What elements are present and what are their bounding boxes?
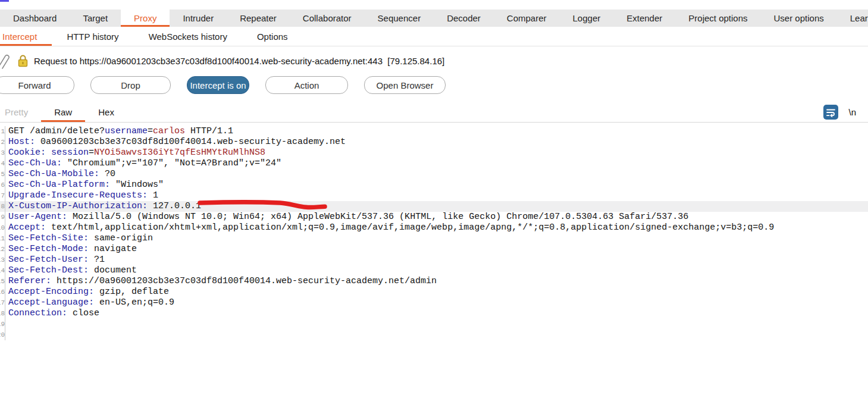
request-line-text: Accept-Language: en-US,en;q=0.9 [5,297,174,308]
message-editor-tab-bar: Pretty Raw Hex \n [0,102,868,123]
request-line-text: Referer: https://0a96001203cb3e37c03df8d… [5,276,437,287]
request-line-text: Accept: text/html,application/xhtml+xml,… [5,222,774,233]
tab-logger[interactable]: Logger [560,10,614,27]
line-number: 20 [0,330,5,340]
pin-icon [0,52,10,69]
request-line[interactable]: 6Sec-Ch-Ua-Platform: "Windows" [0,180,868,190]
line-number: 10 [0,222,5,233]
request-line[interactable]: 1GET /admin/delete?username=carlos HTTP/… [0,126,868,137]
request-line-text: Sec-Ch-Ua: "Chromium";v="107", "Not=A?Br… [5,158,281,169]
tab-learn-clipped[interactable]: Learn [837,10,868,27]
tab-collaborator[interactable]: Collaborator [290,10,365,27]
line-number: 13 [0,255,5,265]
line-number: 14 [0,265,5,276]
tab-pretty[interactable]: Pretty [0,102,41,122]
request-line-text: Cookie: session=NYOi5awvsI36iYt7qfEsHMYt… [5,148,265,158]
request-line[interactable]: 9User-Agent: Mozilla/5.0 (Windows NT 10.… [0,212,868,222]
request-line-text: Sec-Fetch-Dest: document [5,265,137,276]
line-number: 2 [0,137,5,148]
newline-toggle[interactable]: \n [848,107,856,117]
request-line[interactable]: 16Accept-Encoding: gzip, deflate [0,287,868,297]
tab-decoder[interactable]: Decoder [434,10,494,27]
line-number: 12 [0,244,5,255]
window-edge-accent [0,0,9,2]
request-line-text: Sec-Fetch-Mode: navigate [5,244,137,255]
request-line-text: X-Custom-IP-Authorization: 127.0.0.1 [5,201,201,212]
tab-hex[interactable]: Hex [85,102,127,122]
request-line[interactable]: 3Cookie: session=NYOi5awvsI36iYt7qfEsHMY… [0,148,868,158]
request-line[interactable]: 12Sec-Fetch-Mode: navigate [0,244,868,255]
request-line[interactable]: 13Sec-Fetch-User: ?1 [0,255,868,265]
tab-options[interactable]: Options [242,27,303,46]
request-line-text: GET /admin/delete?username=carlos HTTP/1… [5,126,233,137]
intercept-toolbar: Forward Drop Intercept is on Action Open… [0,76,446,94]
tab-extender[interactable]: Extender [613,10,675,27]
line-number: 1 [0,126,5,137]
line-number: 15 [0,276,5,287]
tab-sequencer[interactable]: Sequencer [365,10,434,27]
tab-dashboard[interactable]: Dashboard [0,10,70,27]
lock-icon [18,54,28,67]
soft-wrap-icon[interactable] [823,105,838,120]
request-line[interactable]: 20 [0,330,868,340]
line-number: 7 [0,190,5,201]
request-info-row: Request to https://0a96001203cb3e37c03df… [0,47,868,74]
line-number: 19 [0,319,5,330]
tab-project-options[interactable]: Project options [675,10,760,27]
tab-user-options[interactable]: User options [761,10,837,27]
line-number: 3 [0,148,5,158]
request-line-text [5,319,8,330]
request-line-text: Sec-Fetch-Site: same-origin [5,233,153,244]
raw-request-editor[interactable]: 1GET /admin/delete?username=carlos HTTP/… [0,123,868,340]
tab-http-history[interactable]: HTTP history [52,27,133,46]
line-number: 11 [0,233,5,244]
request-line-text: Sec-Fetch-User: ?1 [5,255,105,265]
tab-proxy[interactable]: Proxy [121,10,170,27]
tab-websockets-history[interactable]: WebSockets history [134,27,242,46]
line-number: 9 [0,212,5,222]
request-line[interactable]: 4Sec-Ch-Ua: "Chromium";v="107", "Not=A?B… [0,158,868,169]
request-line[interactable]: 15Referer: https://0a96001203cb3e37c03df… [0,276,868,287]
tab-repeater[interactable]: Repeater [227,10,290,27]
tab-intruder[interactable]: Intruder [170,10,227,27]
drop-button[interactable]: Drop [90,76,171,94]
tab-raw[interactable]: Raw [41,102,85,122]
line-number: 8 [0,201,5,212]
request-line-text: Accept-Encoding: gzip, deflate [5,287,169,297]
request-line[interactable]: 18Connection: close [0,308,868,319]
request-line[interactable]: 2Host: 0a96001203cb3e37c03df8d100f40014.… [0,137,868,148]
line-number: 6 [0,180,5,190]
request-line-text [5,330,8,340]
proxy-tab-bar: Intercept HTTP history WebSockets histor… [0,27,868,46]
request-line[interactable]: 10Accept: text/html,application/xhtml+xm… [0,222,868,233]
request-line[interactable]: 14Sec-Fetch-Dest: document [0,265,868,276]
request-line-text: Sec-Ch-Ua-Mobile: ?0 [5,169,115,180]
request-line[interactable]: 8X-Custom-IP-Authorization: 127.0.0.1 [0,201,868,212]
line-number: 18 [0,308,5,319]
request-line[interactable]: 17Accept-Language: en-US,en;q=0.9 [0,297,868,308]
request-line[interactable]: 19 [0,319,868,330]
main-tab-bar: Dashboard Target Proxy Intruder Repeater… [0,10,868,27]
request-info-text: Request to https://0a96001203cb3e37c03df… [34,56,444,66]
request-line-text: User-Agent: Mozilla/5.0 (Windows NT 10.0… [5,212,688,222]
editor-tools: \n [823,102,868,122]
line-number: 16 [0,287,5,297]
open-browser-button[interactable]: Open Browser [364,76,446,94]
tab-intercept[interactable]: Intercept [0,27,52,46]
request-line[interactable]: 7Upgrade-Insecure-Requests: 1 [0,190,868,201]
line-number: 17 [0,297,5,308]
request-line-text: Sec-Ch-Ua-Platform: "Windows" [5,180,164,190]
request-line-text: Connection: close [5,308,99,319]
request-line[interactable]: 5Sec-Ch-Ua-Mobile: ?0 [0,169,868,180]
line-number: 5 [0,169,5,180]
request-line[interactable]: 11Sec-Fetch-Site: same-origin [0,233,868,244]
forward-button[interactable]: Forward [0,76,74,94]
action-button[interactable]: Action [265,76,348,94]
request-line-text: Upgrade-Insecure-Requests: 1 [5,190,158,201]
intercept-toggle-button[interactable]: Intercept is on [187,76,249,94]
line-number: 4 [0,158,5,169]
request-line-text: Host: 0a96001203cb3e37c03df8d100f40014.w… [5,137,346,148]
tab-comparer[interactable]: Comparer [494,10,560,27]
tab-target[interactable]: Target [70,10,121,27]
